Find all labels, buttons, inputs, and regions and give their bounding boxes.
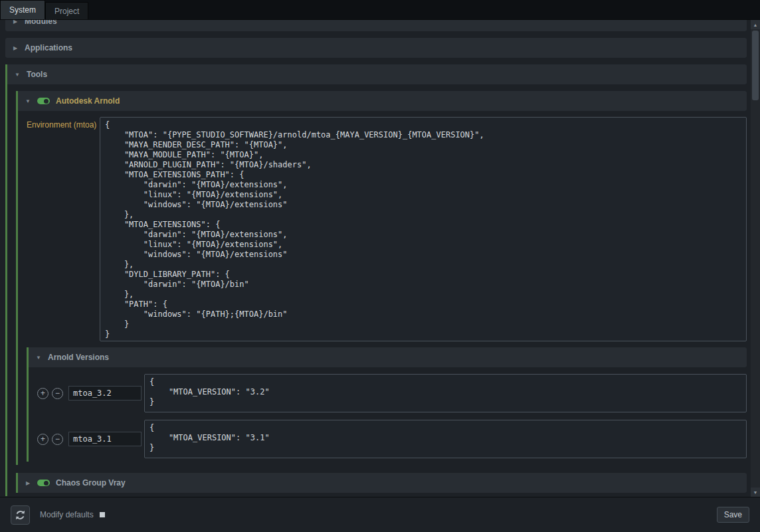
section-modules-header[interactable]: ▶ Modules <box>5 20 747 31</box>
add-version-button[interactable]: + <box>37 388 48 399</box>
version-key-input[interactable] <box>68 386 142 400</box>
section-modules-label: Modules <box>25 20 57 26</box>
section-tools: ▼ Tools ▼ Autodesk Arnold Environment (m… <box>5 64 747 496</box>
collapsed-arrow-icon: ▶ <box>12 45 19 51</box>
version-row: + − { "MTOA_VERSION": "3.1" } <box>29 420 747 458</box>
environment-field-row: Environment (mtoa) { "MTOA": "{PYPE_STUD… <box>27 117 747 341</box>
scrollbar-track[interactable] <box>751 29 760 488</box>
version-row: + − { "MTOA_VERSION": "3.2" } <box>29 374 747 412</box>
add-version-button[interactable]: + <box>37 434 48 445</box>
section-applications-header[interactable]: ▶ Applications <box>5 38 747 58</box>
collapsed-arrow-icon: ▶ <box>12 20 19 25</box>
tab-project[interactable]: Project <box>45 2 88 19</box>
section-chaos-group-vray[interactable]: ▶ Chaos Group Vray <box>16 473 747 493</box>
autodesk-arnold-label: Autodesk Arnold <box>56 96 120 106</box>
scrollbar-up-arrow[interactable]: ▲ <box>751 20 760 29</box>
tab-bar: System Project <box>0 0 760 20</box>
chaos-group-vray-label: Chaos Group Vray <box>56 478 126 488</box>
section-tools-label: Tools <box>27 70 47 79</box>
section-applications-label: Applications <box>25 43 72 52</box>
remove-version-button[interactable]: − <box>52 388 63 399</box>
remove-version-button[interactable]: − <box>52 434 63 445</box>
version-json-editor[interactable]: { "MTOA_VERSION": "3.1" } <box>144 420 747 458</box>
refresh-icon <box>15 509 26 521</box>
tools-body: ▼ Autodesk Arnold Environment (mtoa) { "… <box>7 91 747 493</box>
save-button[interactable]: Save <box>717 507 749 523</box>
autodesk-arnold-header[interactable]: ▼ Autodesk Arnold <box>18 91 747 111</box>
vertical-scrollbar[interactable]: ▲ ▼ <box>751 20 760 497</box>
arnold-versions-label: Arnold Versions <box>48 353 109 362</box>
expanded-arrow-icon: ▼ <box>25 98 31 104</box>
environment-mtoa-json-editor[interactable]: { "MTOA": "{PYPE_STUDIO_SOFTWARE}/arnold… <box>100 117 747 341</box>
modify-defaults-label: Modify defaults <box>40 510 94 519</box>
footer: Modify defaults Save <box>0 497 760 532</box>
environment-mtoa-label: Environment (mtoa) <box>27 117 100 130</box>
section-applications: ▶ Applications <box>5 38 747 58</box>
tab-system[interactable]: System <box>0 0 45 19</box>
arnold-body: Environment (mtoa) { "MTOA": "{PYPE_STUD… <box>18 117 747 462</box>
scrollbar-down-arrow[interactable]: ▼ <box>751 488 760 497</box>
scrollbar-thumb[interactable] <box>752 31 759 100</box>
section-modules: ▶ Modules <box>5 20 747 31</box>
version-json-editor[interactable]: { "MTOA_VERSION": "3.2" } <box>144 374 747 412</box>
arnold-versions-header[interactable]: ▼ Arnold Versions <box>29 347 747 367</box>
collapsed-arrow-icon: ▶ <box>25 480 31 486</box>
settings-window: System Project ▶ Modules ▶ Applications … <box>0 0 760 532</box>
section-autodesk-arnold: ▼ Autodesk Arnold Environment (mtoa) { "… <box>16 91 747 465</box>
settings-scroll-area: ▶ Modules ▶ Applications ▼ Tools ▼ <box>0 20 751 497</box>
vray-enabled-toggle[interactable] <box>37 480 50 486</box>
section-tools-header[interactable]: ▼ Tools <box>7 64 747 84</box>
section-arnold-versions: ▼ Arnold Versions + − { "MTOA_VERSION": … <box>27 347 747 462</box>
expanded-arrow-icon: ▼ <box>35 355 42 361</box>
expanded-arrow-icon: ▼ <box>14 72 21 78</box>
arnold-enabled-toggle[interactable] <box>37 98 50 104</box>
refresh-button[interactable] <box>11 505 30 525</box>
version-key-input[interactable] <box>68 432 142 446</box>
modify-defaults-checkbox[interactable] <box>100 512 105 517</box>
